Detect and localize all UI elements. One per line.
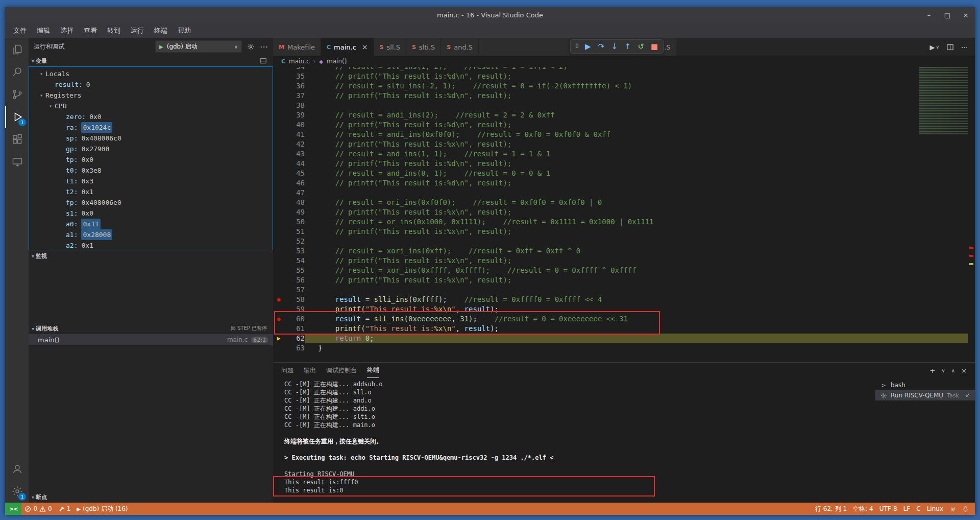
variable-t1[interactable]: t1:0x3	[29, 176, 273, 186]
code-line-56[interactable]: 56 // printf("This result is:%x\n", resu…	[273, 275, 975, 285]
variable-tp[interactable]: tp:0x0	[29, 154, 273, 165]
close-icon[interactable]: ×	[362, 43, 368, 51]
code-line-39[interactable]: 39 // result = andi_ins(2); //result = 2…	[273, 110, 975, 120]
breakpoint-dot[interactable]: ●	[273, 314, 284, 324]
variable-ra[interactable]: ra:0x1024c	[29, 122, 273, 133]
close-button[interactable]: ×	[957, 7, 975, 23]
restart-button[interactable]: ↺	[634, 42, 648, 51]
step-out-button[interactable]: ↑	[621, 42, 634, 51]
tab-slti.S[interactable]: Sslti.S	[406, 38, 441, 56]
stop-button[interactable]: ■	[648, 42, 661, 51]
panel-tab-输出[interactable]: 输出	[304, 363, 316, 378]
terminal-output[interactable]: CC -[M] 正在构建... addsub.oCC -[M] 正在构建... …	[273, 378, 875, 503]
breadcrumb-symbol[interactable]: main()	[327, 58, 347, 65]
code-line-59[interactable]: 59 printf("This result is:%x\n", result)…	[273, 304, 975, 314]
language-mode[interactable]: C	[913, 503, 923, 515]
menu-item-终端[interactable]: 终端	[149, 23, 173, 38]
close-panel-icon[interactable]: ×	[961, 367, 967, 374]
tab-main.c[interactable]: Cmain.c×	[321, 38, 374, 56]
debug-config-dropdown[interactable]: ▶ (gdb) 启动 ∨	[155, 40, 242, 53]
extensions-icon[interactable]	[5, 128, 29, 151]
eol-sequence[interactable]: LF	[900, 503, 914, 515]
cursor-position[interactable]: 行 62, 列 1	[812, 503, 850, 515]
run-menu-button[interactable]: ▶∨	[929, 43, 939, 51]
menu-item-文件[interactable]: 文件	[8, 23, 32, 38]
breadcrumb[interactable]: C main.c › ◆ main()	[273, 56, 975, 67]
code-line-51[interactable]: 51 // printf("This result is:%x\n", resu…	[273, 227, 975, 237]
tab-and.S[interactable]: Sand.S	[441, 38, 479, 56]
code-line-42[interactable]: 42 // printf("This result is:%x\n", resu…	[273, 139, 975, 149]
code-line-38[interactable]: 38	[273, 101, 975, 110]
code-line-48[interactable]: 48 // result = ori_ins(0xf0f0); //result…	[273, 198, 975, 207]
variable-fp[interactable]: fp:0x408006e0	[29, 197, 273, 208]
code-line-41[interactable]: 41 // result = andi_ins(0xf0f0); //resul…	[273, 130, 975, 139]
variable-zero[interactable]: zero:0x0	[29, 111, 273, 122]
code-line-54[interactable]: 54 // printf("This result is:%x\n", resu…	[273, 256, 975, 266]
running-tasks-status[interactable]: 1	[55, 503, 74, 515]
breadcrumb-file[interactable]: main.c	[289, 58, 309, 65]
code-line-62[interactable]: ▶62 return 0;	[273, 334, 975, 343]
watch-section-header[interactable]: ▾ 监视	[29, 250, 273, 262]
variable-a0[interactable]: a0:0x11	[29, 219, 273, 229]
call-stack-section-header[interactable]: ▾ 调用堆栈 因 STEP 已暂停	[29, 323, 273, 334]
panel-tab-终端[interactable]: 终端	[367, 363, 379, 378]
title-bar[interactable]: main.c - 16 - Visual Studio Code – □ ×	[5, 7, 975, 23]
code-line-61[interactable]: 61 printf("This result is:%x\n", result)…	[273, 324, 975, 334]
os-indicator[interactable]: Linux	[924, 503, 946, 515]
code-line-45[interactable]: 45 // result = and_ins(0, 1); //result =…	[273, 169, 975, 178]
breakpoints-section-header[interactable]: ▾ 断点	[29, 491, 273, 503]
terminal-dropdown-icon[interactable]: ∨	[941, 368, 945, 373]
menu-item-运行[interactable]: 运行	[126, 23, 149, 38]
minimap[interactable]	[919, 67, 968, 134]
more-actions-icon[interactable]: ⋯	[961, 43, 968, 51]
menu-item-编辑[interactable]: 编辑	[32, 23, 55, 38]
overview-ruler[interactable]	[968, 67, 975, 362]
start-debug-icon[interactable]: ▶	[159, 44, 163, 50]
tab-sll.S[interactable]: Ssll.S	[374, 38, 406, 56]
encoding[interactable]: UTF-8	[876, 503, 900, 515]
code-line-53[interactable]: 53 // result = xori_ins(0xff); //result …	[273, 246, 975, 256]
code-line-47[interactable]: 47	[273, 188, 975, 198]
more-actions-icon[interactable]: ⋯	[260, 42, 268, 52]
breakpoint-dot[interactable]: ●	[273, 295, 284, 304]
code-line-60[interactable]: ●60 result = sll_ins(0xeeeeeeee, 31); //…	[273, 314, 975, 324]
code-line-49[interactable]: 49 // printf("This result is:%x\n", resu…	[273, 207, 975, 217]
code-line-34[interactable]: 34 // result = slt_ins(1, 2); //result =…	[273, 67, 975, 72]
menu-item-选择[interactable]: 选择	[55, 23, 79, 38]
panel-tab-问题[interactable]: 问题	[281, 363, 293, 378]
code-line-36[interactable]: 36 // result = sltu_ins(-2, 1); //result…	[273, 81, 975, 91]
remote-explorer-icon[interactable]	[5, 151, 29, 173]
source-control-icon[interactable]	[5, 83, 29, 106]
panel-tab-调试控制台[interactable]: 调试控制台	[326, 363, 357, 378]
stack-frame-main[interactable]: main() main.c 62:1	[29, 334, 273, 345]
tree-scope-Locals[interactable]: ▾Locals	[29, 68, 273, 79]
code-line-40[interactable]: 40 // printf("This result is:%d\n", resu…	[273, 120, 975, 130]
problems-status[interactable]: 0 0	[21, 503, 55, 515]
variable-gp[interactable]: gp:0x27900	[29, 144, 273, 154]
menu-item-查看[interactable]: 查看	[79, 23, 102, 38]
variables-section-header[interactable]: ▾ 变量	[29, 55, 273, 66]
variable-sp[interactable]: sp:0x408006c0	[29, 133, 273, 144]
code-line-52[interactable]: 52	[273, 237, 975, 246]
continue-button[interactable]: ▶	[581, 42, 595, 51]
explorer-icon[interactable]	[5, 38, 29, 61]
indentation[interactable]: 空格: 4	[850, 503, 876, 515]
panel-layout-icon[interactable]	[260, 57, 270, 64]
step-into-button[interactable]: ↓	[608, 42, 621, 51]
settings-gear-icon[interactable]: 1	[5, 480, 29, 503]
code-line-63[interactable]: 63}	[273, 343, 975, 353]
tab-Makefile[interactable]: MMakefile	[273, 38, 321, 56]
run-and-debug-icon[interactable]: 1	[5, 106, 29, 128]
maximize-button[interactable]: □	[938, 7, 957, 23]
new-terminal-icon[interactable]: +	[930, 367, 936, 374]
account-icon[interactable]	[5, 458, 29, 480]
variable-t2[interactable]: t2:0x1	[29, 186, 273, 197]
menu-item-帮助[interactable]: 帮助	[173, 23, 196, 38]
tree-scope-Registers[interactable]: ▾Registers	[29, 90, 273, 101]
tree-scope-CPU[interactable]: ▾CPU	[29, 101, 273, 111]
variable-a1[interactable]: a1:0x28008	[29, 229, 273, 240]
minimize-button[interactable]: –	[920, 7, 938, 23]
code-line-35[interactable]: 35 // printf("This result is:%d\n", resu…	[273, 72, 975, 81]
code-line-58[interactable]: ●58 result = slli_ins(0xffff); //result …	[273, 295, 975, 304]
debug-session-status[interactable]: ▶ (gdb) 启动 (16)	[74, 503, 131, 515]
